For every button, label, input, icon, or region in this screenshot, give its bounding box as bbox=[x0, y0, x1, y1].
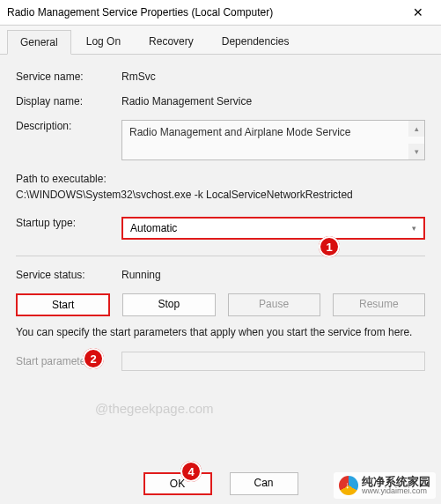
label-start-parameters: Start parameters: bbox=[16, 355, 121, 367]
ok-button[interactable]: OK bbox=[143, 472, 212, 495]
label-service-name: Service name: bbox=[16, 70, 121, 83]
scroll-down-icon[interactable]: ▾ bbox=[408, 144, 424, 159]
tab-recovery[interactable]: Recovery bbox=[136, 29, 207, 54]
label-startup-type: Startup type: bbox=[16, 217, 121, 229]
window-title: Radio Management Service Properties (Loc… bbox=[7, 6, 273, 19]
label-display-name: Display name: bbox=[16, 95, 121, 107]
divider bbox=[16, 256, 425, 256]
chevron-down-icon: ▾ bbox=[412, 224, 416, 233]
label-path: Path to executable: bbox=[16, 173, 425, 185]
value-service-status: Running bbox=[121, 269, 161, 281]
callout-2: 2 bbox=[83, 348, 104, 369]
callout-4: 4 bbox=[180, 461, 202, 482]
watermark-url: www.yidaimei.com bbox=[362, 487, 430, 495]
start-button[interactable]: Start bbox=[16, 293, 110, 316]
scroll-up-icon[interactable]: ▴ bbox=[408, 121, 424, 137]
start-params-help: You can specify the start parameters tha… bbox=[16, 325, 425, 339]
titlebar: Radio Management Service Properties (Loc… bbox=[0, 0, 441, 26]
label-description: Description: bbox=[16, 120, 121, 132]
stop-button[interactable]: Stop bbox=[122, 293, 215, 316]
watermark-logo: ↓ 纯净系统家园 www.yidaimei.com bbox=[334, 472, 436, 499]
value-service-name: RmSvc bbox=[121, 70, 156, 83]
value-path: C:\WINDOWS\System32\svchost.exe -k Local… bbox=[16, 189, 425, 201]
resume-button: Resume bbox=[333, 293, 425, 316]
watermark-center: @thegeekpage.com bbox=[95, 401, 213, 416]
pause-button: Pause bbox=[228, 293, 320, 316]
tab-content-general: Service name: RmSvc Display name: Radio … bbox=[0, 55, 441, 389]
tab-logon[interactable]: Log On bbox=[73, 29, 134, 54]
callout-1: 1 bbox=[319, 236, 340, 257]
description-box: Radio Management and Airplane Mode Servi… bbox=[121, 120, 425, 160]
label-service-status: Service status: bbox=[16, 269, 121, 281]
startup-type-value: Automatic bbox=[130, 222, 177, 234]
value-display-name: Radio Management Service bbox=[121, 95, 252, 107]
tab-general[interactable]: General bbox=[7, 30, 71, 55]
start-parameters-input bbox=[121, 352, 425, 371]
value-description: Radio Management and Airplane Mode Servi… bbox=[129, 126, 350, 138]
logo-icon: ↓ bbox=[339, 476, 358, 495]
close-icon[interactable]: ✕ bbox=[406, 5, 430, 19]
tab-dependencies[interactable]: Dependencies bbox=[209, 29, 303, 54]
cancel-button[interactable]: Can bbox=[230, 472, 298, 495]
tab-row: General Log On Recovery Dependencies bbox=[0, 26, 441, 55]
startup-type-dropdown[interactable]: Automatic ▾ bbox=[121, 217, 425, 240]
